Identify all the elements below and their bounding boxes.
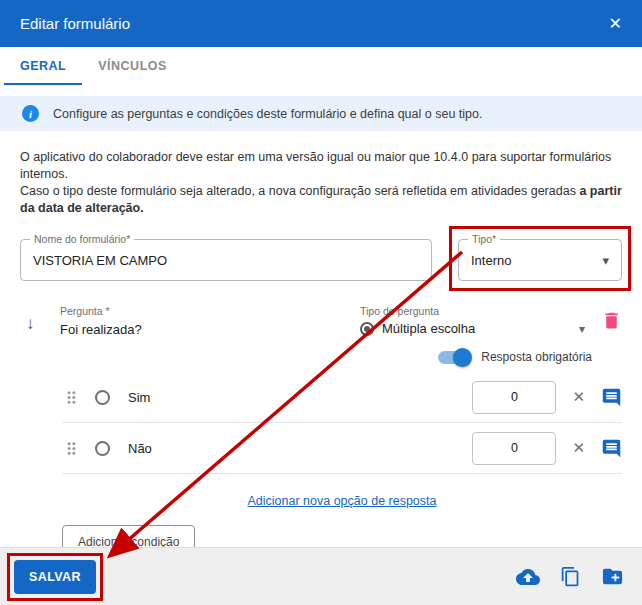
footer-icons bbox=[516, 565, 624, 589]
required-toggle[interactable] bbox=[438, 351, 470, 364]
remove-option-icon[interactable]: ✕ bbox=[572, 439, 585, 457]
question-row: ↓ Pergunta * Foi realizada? Tipo de perg… bbox=[20, 305, 622, 337]
question-type-value: Múltipla escolha bbox=[382, 321, 571, 336]
drag-handle-icon[interactable] bbox=[62, 439, 81, 458]
move-question-down-icon[interactable]: ↓ bbox=[20, 305, 60, 334]
tab-bar: GERAL VÍNCULOS bbox=[0, 47, 642, 85]
option-row-nao: Não ✕ bbox=[62, 423, 622, 474]
form-name-label: Nome do formulário* bbox=[30, 233, 134, 245]
add-option-row: Adicionar nova opção de resposta bbox=[62, 474, 622, 509]
option-label: Não bbox=[128, 441, 152, 456]
form-name-field[interactable]: Nome do formulário* bbox=[20, 239, 432, 281]
delete-question-icon[interactable] bbox=[601, 305, 622, 331]
dialog-footer: SALVAR bbox=[0, 547, 642, 605]
radio-selected-icon bbox=[360, 322, 374, 336]
add-option-link[interactable]: Adicionar nova opção de resposta bbox=[247, 494, 436, 508]
save-button-wrap: SALVAR bbox=[14, 560, 96, 594]
dialog-title: Editar formulário bbox=[20, 15, 130, 32]
form-type-wrap: Tipo* Interno ▾ bbox=[458, 239, 622, 281]
tab-vinculos[interactable]: VÍNCULOS bbox=[82, 47, 183, 85]
drag-handle-icon[interactable] bbox=[62, 388, 81, 407]
annotation-arrow bbox=[0, 0, 642, 605]
tab-geral[interactable]: GERAL bbox=[4, 47, 82, 85]
description-text: O aplicativo do colaborador deve estar e… bbox=[20, 149, 622, 217]
edit-form-dialog: Editar formulário ✕ GERAL VÍNCULOS i Con… bbox=[0, 0, 642, 559]
question-value: Foi realizada? bbox=[60, 322, 360, 337]
required-toggle-label: Resposta obrigatória bbox=[481, 350, 592, 364]
copy-icon[interactable] bbox=[560, 566, 581, 587]
option-weight-input[interactable] bbox=[472, 432, 556, 465]
question-label: Pergunta * bbox=[60, 305, 360, 317]
form-name-input[interactable] bbox=[33, 253, 419, 268]
cloud-upload-icon[interactable] bbox=[516, 565, 540, 589]
option-row-sim: Sim ✕ bbox=[62, 372, 622, 423]
info-banner: i Configure as perguntas e condições des… bbox=[0, 96, 642, 131]
toggle-knob bbox=[453, 348, 472, 367]
info-icon: i bbox=[22, 105, 39, 122]
form-type-value: Interno bbox=[471, 253, 511, 268]
question-type-row[interactable]: Múltipla escolha ▾ bbox=[360, 321, 585, 336]
save-button[interactable]: SALVAR bbox=[14, 560, 96, 594]
form-type-select[interactable]: Tipo* Interno ▾ bbox=[458, 239, 622, 281]
dialog-header: Editar formulário ✕ bbox=[0, 0, 642, 47]
form-type-label: Tipo* bbox=[468, 233, 500, 245]
comment-icon[interactable] bbox=[601, 438, 622, 459]
required-toggle-row: Resposta obrigatória bbox=[20, 350, 622, 364]
question-section: ↓ Pergunta * Foi realizada? Tipo de perg… bbox=[20, 305, 622, 364]
option-label: Sim bbox=[128, 390, 150, 405]
description-line1: O aplicativo do colaborador deve estar e… bbox=[20, 150, 611, 181]
option-radio-icon[interactable] bbox=[95, 390, 110, 405]
option-weight-input[interactable] bbox=[472, 381, 556, 414]
dropdown-caret-icon: ▾ bbox=[602, 254, 609, 267]
description-line2: Caso o tipo deste formulário seja altera… bbox=[20, 184, 576, 198]
question-field[interactable]: Pergunta * Foi realizada? bbox=[60, 305, 360, 337]
remove-option-icon[interactable]: ✕ bbox=[572, 388, 585, 406]
create-folder-icon[interactable] bbox=[601, 565, 624, 588]
form-fields-row: Nome do formulário* Tipo* Interno ▾ bbox=[20, 239, 622, 281]
select-caret-icon: ▾ bbox=[579, 323, 585, 335]
question-type-label: Tipo de pergunta bbox=[360, 305, 585, 317]
info-banner-text: Configure as perguntas e condições deste… bbox=[53, 107, 482, 121]
options-list: Sim ✕ Não ✕ Adicionar nova opção de resp… bbox=[62, 372, 622, 509]
question-type-select[interactable]: Tipo de pergunta Múltipla escolha ▾ bbox=[360, 305, 585, 336]
option-radio-icon[interactable] bbox=[95, 441, 110, 456]
comment-icon[interactable] bbox=[601, 387, 622, 408]
close-icon[interactable]: ✕ bbox=[609, 16, 622, 32]
